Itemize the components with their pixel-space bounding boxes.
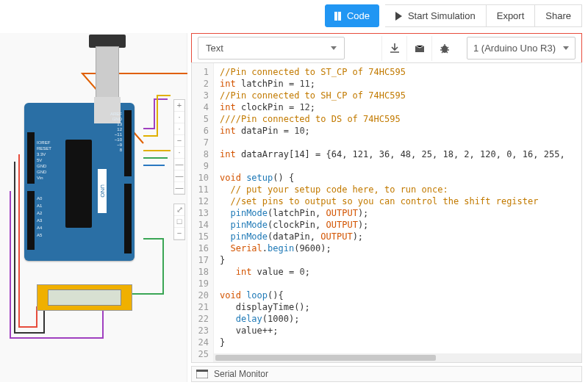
- power-pin-labels: IOREFRESET3.3V5VGNDGNDVin: [37, 140, 51, 181]
- device-select[interactable]: 1 (Arduino Uno R3): [467, 37, 576, 60]
- download-icon: [389, 43, 401, 54]
- line-number: 9: [192, 160, 209, 172]
- code-line[interactable]: [220, 137, 581, 148]
- circuit-canvas[interactable]: UNO IOREFRESET3.3V5VGNDGNDVin A0A1A2A3A4…: [0, 33, 187, 382]
- h-scrollbar-thumb[interactable]: [215, 355, 436, 361]
- code-sub-toolbar: Text 1 (Arduino Uno R3): [191, 33, 582, 63]
- zoom-home-button[interactable]: □: [174, 216, 184, 228]
- arduino-mcu: [65, 140, 92, 228]
- display-component[interactable]: [37, 284, 132, 311]
- play-icon: [395, 12, 402, 21]
- line-gutter: 1234567891011121314151617181920212223242…: [192, 63, 214, 362]
- zoom-dot1[interactable]: ·: [174, 112, 184, 123]
- code-line[interactable]: delay(1000);: [220, 313, 581, 325]
- zoom-dash3[interactable]: —: [174, 182, 184, 194]
- editor-mode-select[interactable]: Text: [198, 37, 345, 60]
- header-power[interactable]: [27, 132, 35, 184]
- zoom-out-button[interactable]: −: [174, 135, 184, 147]
- code-icon: [334, 12, 341, 21]
- line-number: 22: [192, 313, 209, 325]
- zoom-dash1[interactable]: —: [174, 159, 184, 170]
- code-line[interactable]: //set pins to output so you can control …: [220, 195, 581, 207]
- h-scrollbar[interactable]: [214, 353, 581, 362]
- line-number: 19: [192, 278, 209, 289]
- line-number: 18: [192, 266, 209, 278]
- header-digital-low[interactable]: [124, 184, 132, 253]
- header-analog[interactable]: [27, 191, 35, 250]
- code-line[interactable]: Serial.begin(9600);: [220, 242, 581, 254]
- code-line[interactable]: void setup() {: [220, 172, 581, 184]
- line-number: 5: [192, 113, 209, 125]
- zoom-controls-2: ⤢ □ −: [173, 204, 185, 240]
- line-number: 16: [192, 242, 209, 254]
- serial-monitor-label: Serial Monitor: [214, 369, 268, 379]
- code-line[interactable]: pinMode(latchPin, OUTPUT);: [220, 207, 581, 219]
- line-number: 11: [192, 184, 209, 195]
- code-line[interactable]: }: [220, 254, 581, 266]
- arduino-component[interactable]: UNO IOREFRESET3.3V5VGNDGNDVin A0A1A2A3A4…: [24, 103, 135, 261]
- code-line[interactable]: int dataArray[14] = {64, 121, 36, 48, 25…: [220, 148, 581, 160]
- code-line[interactable]: [220, 160, 581, 172]
- line-number: 10: [192, 172, 209, 184]
- code-button[interactable]: Code: [325, 4, 379, 27]
- mode-label: Text: [206, 43, 223, 54]
- code-line[interactable]: }: [220, 337, 581, 348]
- code-line[interactable]: displayTime();: [220, 301, 581, 313]
- line-number: 6: [192, 125, 209, 137]
- line-number: 26: [192, 360, 209, 363]
- line-number: 3: [192, 90, 209, 101]
- code-line[interactable]: pinMode(clockPin, OUTPUT);: [220, 219, 581, 231]
- chevron-down-icon: [331, 46, 337, 50]
- code-line[interactable]: pinMode(dataPin, OUTPUT);: [220, 231, 581, 242]
- code-line[interactable]: // put your setup code here, to run once…: [220, 184, 581, 195]
- serial-monitor-bar[interactable]: Serial Monitor: [191, 366, 582, 382]
- zoom-dot2[interactable]: ·: [174, 123, 184, 135]
- serial-monitor-icon: [196, 370, 208, 378]
- svg-rect-3: [196, 370, 208, 372]
- library-icon: [414, 43, 426, 54]
- share-label: Share: [545, 10, 571, 21]
- zoom-in-button[interactable]: +: [174, 100, 184, 112]
- bug-icon: [439, 43, 451, 54]
- line-number: 7: [192, 137, 209, 148]
- code-line[interactable]: ////Pin connected to DS of 74HC595: [220, 113, 581, 125]
- code-editor[interactable]: 1234567891011121314151617181920212223242…: [191, 62, 582, 363]
- code-line[interactable]: [220, 278, 581, 289]
- library-button[interactable]: [406, 36, 431, 61]
- line-number: 4: [192, 101, 209, 113]
- code-label: Code: [347, 10, 370, 21]
- arduino-board: UNO IOREFRESET3.3V5VGNDGNDVin A0A1A2A3A4…: [24, 103, 135, 261]
- debug-button[interactable]: [431, 36, 456, 61]
- line-number: 17: [192, 254, 209, 266]
- zoom-controls: + · · − · — — —: [173, 99, 185, 195]
- export-label: Export: [497, 10, 525, 21]
- zoom-dot3[interactable]: ·: [174, 147, 184, 159]
- device-label: 1 (Arduino Uno R3): [473, 43, 556, 54]
- zoom-minus-button[interactable]: −: [174, 228, 184, 240]
- start-simulation-button[interactable]: Start Simulation: [385, 4, 487, 27]
- code-line[interactable]: int value = 0;: [220, 266, 581, 278]
- code-content[interactable]: //Pin connected to ST_CP of 74HC595int l…: [214, 63, 581, 362]
- code-line[interactable]: int clockPin = 12;: [220, 101, 581, 113]
- code-line[interactable]: //Pin connected to SH_CP of 74HC595: [220, 90, 581, 101]
- code-line[interactable]: int latchPin = 11;: [220, 78, 581, 90]
- code-line[interactable]: void loop(){: [220, 289, 581, 301]
- download-button[interactable]: [381, 36, 406, 61]
- top-toolbar: Code Start Simulation Export Share: [325, 4, 582, 27]
- line-number: 2: [192, 78, 209, 90]
- line-number: 23: [192, 325, 209, 337]
- line-number: 14: [192, 219, 209, 231]
- code-line[interactable]: value++;: [220, 325, 581, 337]
- chevron-down-icon: [563, 46, 569, 50]
- line-number: 25: [192, 348, 209, 360]
- header-digital-high[interactable]: [124, 110, 132, 176]
- display-screen: [48, 289, 121, 306]
- digital-pin-labels: AREFGND1312~11~10~98: [110, 112, 122, 153]
- share-button[interactable]: Share: [535, 4, 582, 27]
- zoom-dash2[interactable]: —: [174, 170, 184, 182]
- line-number: 24: [192, 337, 209, 348]
- code-line[interactable]: //Pin connected to ST_CP of 74HC595: [220, 66, 581, 78]
- zoom-fit-button[interactable]: ⤢: [174, 204, 184, 216]
- code-line[interactable]: int dataPin = 10;: [220, 125, 581, 137]
- export-button[interactable]: Export: [487, 4, 536, 27]
